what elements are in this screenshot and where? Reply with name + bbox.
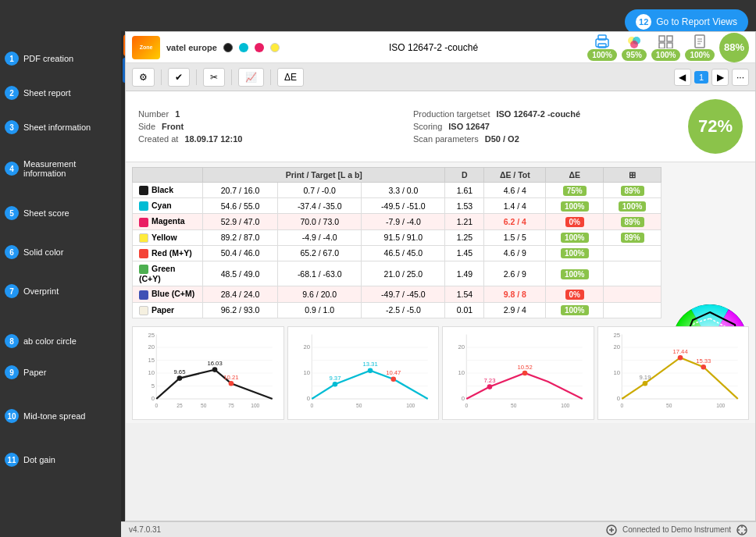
color-name-green: Green (C+Y) [133, 261, 203, 286]
cell-black-de: 75% [546, 183, 604, 198]
svg-text:20: 20 [303, 343, 310, 350]
cell-cyan-grid: 100% [604, 198, 662, 214]
cell-yellow-l: 89.2 / 87.0 [203, 229, 278, 245]
version-label: v4.7.0.31 [129, 525, 161, 534]
label-sheet-score[interactable]: 5 Sheet score [0, 203, 121, 223]
color-name-paper: Paper [133, 302, 203, 318]
label-text-pdf-creation: PDF creation [23, 54, 73, 63]
svg-text:50: 50 [201, 403, 207, 408]
label-mid-tone-spread[interactable]: 10 Mid-tone spread [0, 406, 121, 426]
cell-black-grid: 89% [604, 183, 662, 198]
label-text-solid-color: Solid color [23, 247, 63, 257]
svg-rect-16 [659, 36, 665, 41]
label-num-6: 6 [5, 245, 19, 259]
cell-cyan-d: 1.53 [445, 198, 484, 214]
page-icon [693, 34, 707, 48]
nav-prev-btn[interactable]: ◀ [674, 69, 691, 86]
cell-yellow-d: 1.25 [445, 229, 484, 245]
label-ab-color-circle[interactable]: 8 ab color circle [0, 331, 121, 351]
swatch-cyan [139, 201, 148, 211]
score-yellow-grid: 89% [621, 233, 644, 243]
left-labels-panel: 1 PDF creation 2 Sheet report 3 Sheet in… [0, 31, 121, 470]
overall-score-circle: 88% [719, 33, 749, 62]
label-sheet-report[interactable]: 2 Sheet report [0, 83, 121, 103]
nav-next-btn[interactable]: ▶ [711, 69, 729, 86]
label-num-5: 5 [5, 206, 19, 220]
svg-point-78 [487, 384, 493, 389]
svg-text:10.47: 10.47 [386, 369, 401, 376]
table-row: Green (C+Y) 48.5 / 49.0 -68.1 / -63.0 21… [133, 261, 662, 286]
value-production-targetset: ISO 12647-2 -couché [496, 109, 580, 119]
toolbar-delta-btn[interactable]: ΔE [277, 68, 304, 87]
chart-black-svg: 0 5 10 15 20 25 9.65 16.03 10.21 0 25 50 [136, 330, 280, 416]
chart-cyan: 0 10 20 9.37 13.31 10.47 0 50 100 [287, 326, 440, 420]
label-sheet-information[interactable]: 3 Sheet information [0, 117, 121, 137]
info-row-number: Number 1 [138, 109, 398, 119]
cell-red-b: 46.5 / 45.0 [362, 245, 445, 261]
chart-magenta: 0 10 20 7.23 10.52 0 50 100 [442, 326, 594, 420]
svg-rect-12 [598, 44, 606, 48]
cell-paper-detot: 2.9 / 4 [484, 302, 546, 318]
svg-text:10: 10 [613, 369, 620, 376]
label-created-at: Created at [138, 134, 178, 144]
label-measurement-information[interactable]: 4 Measurement information [0, 156, 121, 181]
svg-point-62 [367, 368, 373, 373]
sheet-info-grid: Number 1 Production targetset ISO 12647-… [138, 109, 672, 144]
cell-red-detot: 4.6 / 9 [484, 245, 546, 261]
cell-paper-d: 0.01 [445, 302, 484, 318]
cell-black-a: 0.7 / -0.0 [278, 183, 362, 198]
app-logo: Zone [132, 36, 160, 59]
toolbar-cut-btn[interactable]: ✂ [203, 68, 225, 87]
col-header-grid: ⊞ [604, 168, 662, 183]
label-overprint[interactable]: 7 Overprint [0, 281, 121, 301]
score-black-grid: 89% [621, 186, 644, 196]
swatch-yellow [139, 233, 148, 243]
color-table-section: Print / Target [L a b] D ΔE / Tot ΔE ⊞ B… [126, 162, 755, 323]
cmyk-score: 95% [622, 49, 647, 61]
value-scan-parameters: D50 / O2 [485, 134, 519, 144]
label-paper[interactable]: 9 Paper [0, 362, 121, 382]
sheet-info-section: Number 1 Production targetset ISO 12647-… [126, 91, 755, 162]
label-production-targetset: Production targetset [413, 109, 490, 119]
svg-text:5: 5 [152, 382, 155, 389]
cell-magenta-d: 1.21 [445, 214, 484, 229]
label-pdf-creation[interactable]: 1 PDF creation [0, 48, 121, 69]
cell-paper-de: 100% [546, 302, 604, 318]
svg-point-44 [229, 381, 234, 386]
cell-green-d: 1.49 [445, 261, 484, 286]
label-solid-color[interactable]: 6 Solid color [0, 242, 121, 262]
label-dot-gain[interactable]: 11 Dot gain [0, 450, 121, 470]
svg-point-80 [522, 370, 528, 375]
svg-text:20: 20 [148, 343, 155, 350]
svg-point-95 [642, 381, 647, 386]
cell-black-detot: 4.6 / 4 [484, 183, 546, 198]
toolbar-settings-btn[interactable]: ⚙ [132, 68, 155, 87]
cell-blue-l: 28.4 / 24.0 [203, 286, 278, 302]
svg-text:0: 0 [310, 403, 313, 408]
cell-blue-de: 0% [546, 286, 604, 302]
svg-text:100: 100 [251, 403, 259, 408]
nav-more-btn[interactable]: ··· [732, 69, 749, 86]
toolbar-sep-1 [161, 69, 162, 85]
cell-paper-l: 96.2 / 93.0 [203, 302, 278, 318]
cell-yellow-grid: 89% [604, 229, 662, 245]
svg-point-64 [390, 376, 396, 382]
cell-yellow-a: -4.9 / -4.0 [278, 229, 362, 245]
sheet-score-circle: 72% [688, 99, 743, 154]
cell-blue-detot: 9.8 / 8 [484, 286, 546, 302]
svg-text:75: 75 [228, 403, 234, 408]
svg-text:13.31: 13.31 [362, 361, 377, 368]
toolbar-check-btn[interactable]: ✔ [168, 68, 190, 87]
cell-red-a: 65.2 / 67.0 [278, 245, 362, 261]
svg-rect-18 [659, 43, 665, 48]
svg-text:10.52: 10.52 [517, 363, 532, 370]
svg-text:25: 25 [613, 332, 620, 339]
toolbar-chart-btn[interactable]: 📈 [238, 68, 264, 87]
svg-rect-17 [667, 36, 672, 41]
svg-text:16.03: 16.03 [207, 360, 222, 367]
svg-text:17.44: 17.44 [672, 347, 688, 354]
info-row-scan-parameters: Scan parameters D50 / O2 [413, 134, 672, 144]
svg-text:10: 10 [303, 369, 310, 376]
table-row: Black 20.7 / 16.0 0.7 / -0.0 3.3 / 0.0 1… [133, 183, 662, 198]
cell-paper-a: 0.9 / 1.0 [278, 302, 362, 318]
